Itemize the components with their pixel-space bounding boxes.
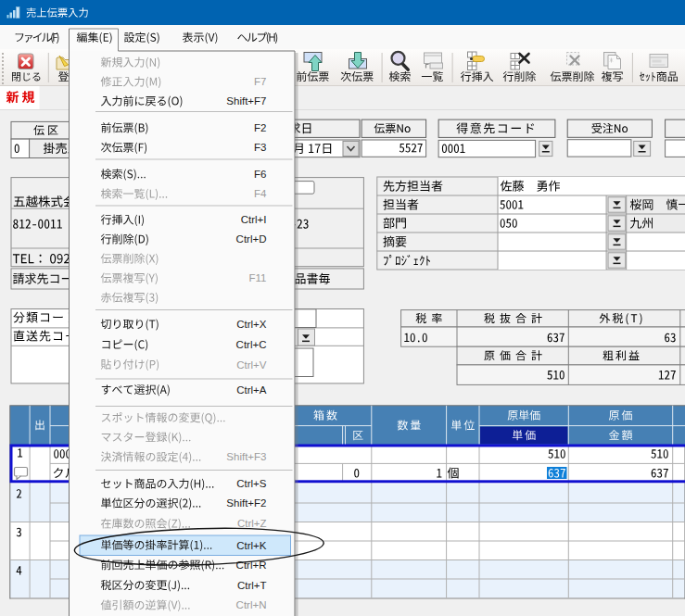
svg-text:F3: F3: [254, 142, 266, 153]
svg-text:Ctrl+S: Ctrl+S: [236, 478, 267, 489]
svg-text:F4: F4: [254, 188, 267, 199]
svg-text:Ctrl+I: Ctrl+I: [241, 214, 267, 225]
svg-text:Shift+F7: Shift+F7: [226, 95, 266, 107]
svg-text:F7: F7: [254, 76, 266, 87]
svg-text:Ctrl+N: Ctrl+N: [236, 599, 267, 610]
svg-text:Shift+F2: Shift+F2: [226, 497, 266, 509]
svg-text:F11: F11: [249, 272, 267, 283]
svg-text:F6: F6: [254, 169, 266, 180]
svg-text:Ctrl+C: Ctrl+C: [236, 339, 267, 350]
svg-text:Shift+F3: Shift+F3: [226, 451, 266, 462]
svg-text:Ctrl+K: Ctrl+K: [236, 540, 267, 551]
svg-text:F2: F2: [254, 122, 266, 133]
svg-text:Ctrl+Z: Ctrl+Z: [237, 518, 267, 529]
svg-text:Ctrl+D: Ctrl+D: [236, 233, 267, 245]
svg-text:Ctrl+X: Ctrl+X: [236, 319, 267, 330]
svg-text:Ctrl+A: Ctrl+A: [236, 384, 267, 396]
svg-text:Ctrl+T: Ctrl+T: [237, 580, 267, 591]
svg-text:Ctrl+V: Ctrl+V: [236, 359, 267, 371]
